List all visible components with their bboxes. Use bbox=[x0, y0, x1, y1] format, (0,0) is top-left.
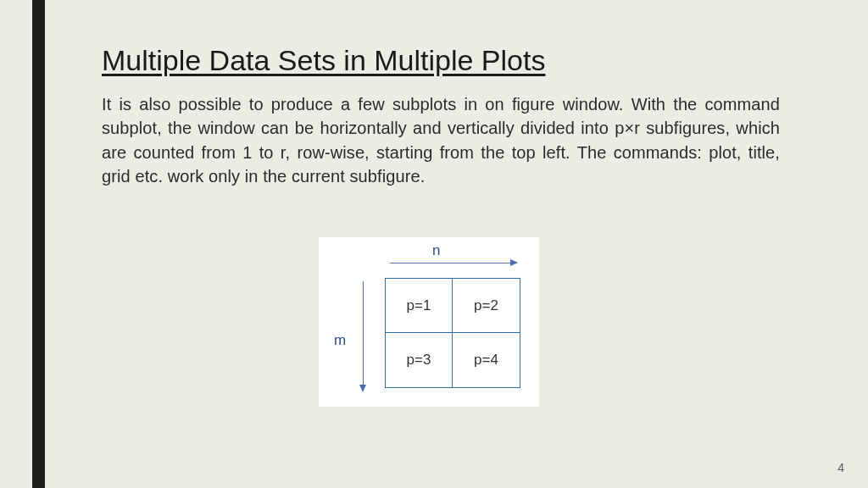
page-number: 4 bbox=[837, 461, 844, 474]
column-axis-label: n bbox=[432, 242, 440, 259]
accent-stripe bbox=[32, 0, 45, 488]
slide-title: Multiple Data Sets in Multiple Plots bbox=[102, 44, 780, 77]
grid-cell: p=3 bbox=[386, 333, 453, 387]
subplot-diagram: n m p=1 p=2 p=3 p=4 bbox=[319, 237, 539, 407]
grid-cell: p=4 bbox=[453, 333, 520, 387]
slide-content: Multiple Data Sets in Multiple Plots It … bbox=[102, 44, 780, 189]
row-axis-arrow bbox=[363, 281, 364, 391]
row-axis-label: m bbox=[334, 332, 346, 349]
slide-body-text: It is also possible to produce a few sub… bbox=[102, 92, 780, 189]
grid-cell: p=1 bbox=[386, 279, 453, 333]
subplot-grid: p=1 p=2 p=3 p=4 bbox=[385, 278, 520, 388]
grid-cell: p=2 bbox=[453, 279, 520, 333]
column-axis-arrow bbox=[390, 263, 517, 263]
